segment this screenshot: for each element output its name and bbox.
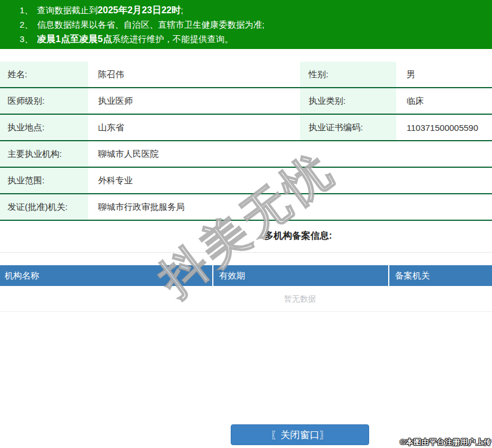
- notice-text-bold: 2025年2月23日22时: [97, 5, 181, 15]
- field-value-issuing-authority: 聊城市行政审批服务局: [88, 194, 492, 220]
- table-row: 执业范围: 外科专业: [0, 168, 492, 194]
- notice-line-1: 1、查询数据截止到2025年2月23日22时;: [20, 3, 492, 17]
- doctor-info-table: 姓名: 陈召伟 性别: 男 医师级别: 执业医师 执业类别: 临床 执业地点: …: [0, 62, 492, 221]
- notice-line-number: 3、: [20, 34, 33, 44]
- notice-text: 系统进行维护，不能提供查询。: [112, 34, 233, 44]
- notice-line-2: 2、信息数据结果以各省、自治区、直辖市卫生健康委数据为准;: [20, 17, 492, 32]
- field-value-main-institution: 聊城市人民医院: [88, 141, 492, 167]
- field-label-doctor-level: 医师级别:: [0, 88, 88, 114]
- field-value-doctor-level: 执业医师: [88, 88, 300, 114]
- filing-section-title: 多机构备案信息:: [0, 230, 492, 242]
- table-row: 执业地点: 山东省 执业证书编码: 110371500005590: [0, 115, 492, 141]
- section-divider: [0, 252, 492, 253]
- field-label-main-institution: 主要执业机构:: [0, 141, 88, 167]
- filing-table-bottom-border: [0, 311, 492, 312]
- field-value-practice-category: 临床: [396, 88, 492, 114]
- field-label-name: 姓名:: [0, 62, 88, 87]
- field-label-practice-category: 执业类别:: [300, 88, 396, 114]
- field-value-certificate-number: 110371500005590: [396, 115, 492, 140]
- field-label-practice-scope: 执业范围:: [0, 168, 88, 193]
- filing-table-header: 机构名称 有效期 备案机关: [0, 265, 492, 286]
- notice-line-number: 2、: [20, 20, 33, 29]
- notice-text: 查询数据截止到: [37, 5, 97, 15]
- field-value-name: 陈召伟: [88, 62, 300, 87]
- field-label-certificate-number: 执业证书编码:: [300, 115, 396, 140]
- column-header-institution-name: 机构名称: [0, 265, 212, 286]
- field-label-practice-location: 执业地点:: [0, 115, 88, 140]
- table-row: 医师级别: 执业医师 执业类别: 临床: [0, 88, 492, 115]
- table-row: 发证(批准)机关: 聊城市行政审批服务局: [0, 194, 492, 221]
- notice-text: 信息数据结果以各省、自治区、直辖市卫生健康委数据为准;: [37, 20, 264, 29]
- field-value-practice-location: 山东省: [88, 115, 300, 140]
- column-header-validity-period: 有效期: [212, 265, 388, 286]
- notice-line-number: 1、: [20, 5, 33, 15]
- notice-text: ;: [181, 5, 183, 15]
- field-label-issuing-authority: 发证(批准)机关:: [0, 194, 88, 220]
- copyright-watermark-text: ©本图由平台注册用户上传: [400, 437, 491, 447]
- table-row: 姓名: 陈召伟 性别: 男: [0, 62, 492, 88]
- doctor-registration-query-page: 1、查询数据截止到2025年2月23日22时; 2、信息数据结果以各省、自治区、…: [0, 0, 492, 448]
- notice-banner: 1、查询数据截止到2025年2月23日22时; 2、信息数据结果以各省、自治区、…: [0, 0, 492, 49]
- filing-table-empty-text: 暂无数据: [0, 286, 492, 311]
- field-value-practice-scope: 外科专业: [88, 168, 492, 193]
- field-label-gender: 性别:: [300, 62, 396, 87]
- table-row: 主要执业机构: 聊城市人民医院: [0, 141, 492, 168]
- column-header-filing-authority: 备案机关: [388, 265, 492, 286]
- notice-line-3: 3、凌晨1点至凌晨5点系统进行维护，不能提供查询。: [20, 32, 492, 46]
- notice-text-bold: 凌晨1点至凌晨5点: [37, 34, 112, 44]
- field-value-gender: 男: [396, 62, 492, 87]
- close-window-button[interactable]: 〖关闭窗口〗: [231, 424, 369, 445]
